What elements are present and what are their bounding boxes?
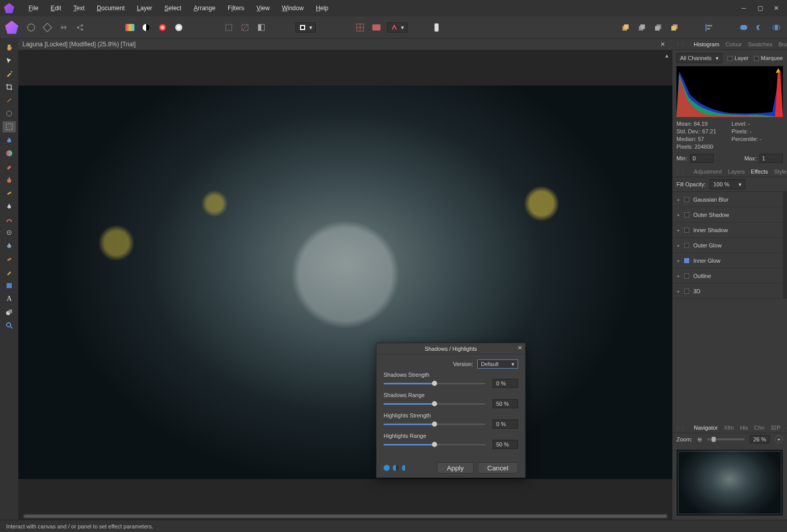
window-minimize-button[interactable]: ─ [740, 5, 747, 12]
zoom-tool-icon[interactable] [3, 320, 16, 331]
gradient-tool-icon[interactable] [3, 148, 16, 159]
arrange-front-icon[interactable] [620, 22, 631, 33]
panel-grip-icon[interactable]: ⋮⋮ [675, 169, 686, 174]
panel-grip-icon[interactable]: ⋮⋮ [675, 41, 686, 47]
arrange-backward-icon[interactable] [653, 22, 664, 33]
version-dropdown[interactable]: Default▾ [477, 359, 518, 369]
text-tool-icon[interactable]: A [3, 293, 16, 304]
pen-tool-icon[interactable] [3, 201, 16, 212]
persona-liquify-icon[interactable] [25, 22, 37, 33]
menu-arrange[interactable]: Arrange [187, 0, 222, 16]
shadows-strength-value[interactable]: 0 % [493, 379, 518, 388]
fx-outline[interactable]: ▸Outline [672, 268, 783, 284]
menu-edit[interactable]: Edit [44, 0, 67, 16]
channels-dropdown[interactable]: All Channels▾ [676, 53, 722, 63]
inpainting-tool-icon[interactable] [3, 214, 16, 225]
grid-icon[interactable] [355, 22, 366, 33]
assistant-icon[interactable] [431, 22, 442, 33]
snapping-dropdown[interactable]: ▾ [387, 22, 408, 33]
zoom-value[interactable]: 26 % [750, 435, 770, 443]
dialog-close-button[interactable]: ✕ [518, 345, 522, 351]
arrange-back-icon[interactable] [669, 22, 680, 33]
document-tab-title[interactable]: Laguna [Locked] [Modified] (25.8%) [Tria… [22, 41, 135, 48]
window-close-button[interactable]: ✕ [773, 5, 780, 12]
selection-none-icon[interactable] [239, 22, 251, 33]
zoom-slider[interactable] [707, 438, 745, 440]
fx-inner-shadow[interactable]: ▸Inner Shadow [672, 222, 783, 238]
menu-text[interactable]: Text [67, 0, 91, 16]
tab-colour[interactable]: Colour [725, 41, 742, 47]
fx-outer-glow[interactable]: ▸Outer Glow [672, 238, 783, 253]
menu-select[interactable]: Select [158, 0, 187, 16]
swatch-soft-icon[interactable] [173, 22, 184, 33]
shadows-range-value[interactable]: 50 % [493, 399, 518, 408]
menu-layer[interactable]: Layer [131, 0, 158, 16]
swatch-gradient-icon[interactable] [124, 22, 135, 33]
preview-mode-1-icon[interactable] [384, 465, 390, 471]
selection-brush-tool-icon[interactable] [3, 108, 16, 119]
tab-32p[interactable]: 32P [771, 425, 781, 431]
healing-tool-icon[interactable] [3, 187, 16, 199]
smudge-tool-icon[interactable] [3, 254, 16, 265]
shadows-strength-slider[interactable] [384, 383, 485, 384]
min-input[interactable] [690, 154, 714, 163]
cancel-button[interactable]: Cancel [478, 462, 519, 473]
blur-tool-icon[interactable] [3, 240, 16, 251]
tab-chn[interactable]: Chn [754, 425, 765, 431]
fill-tool-icon[interactable] [3, 280, 16, 291]
menu-filters[interactable]: Filters [222, 0, 251, 16]
tab-adjustment[interactable]: Adjustment [694, 169, 722, 175]
fx-3d[interactable]: ▸3D [672, 284, 783, 299]
dialog-title-bar[interactable]: Shadows / Highlights ✕ [376, 343, 525, 354]
tab-xfm[interactable]: Xfm [724, 425, 734, 431]
preview-mode-3-icon[interactable] [402, 465, 408, 471]
flood-select-tool-icon[interactable] [3, 134, 16, 146]
shadows-range-slider[interactable] [384, 403, 485, 405]
menu-window[interactable]: Window [276, 0, 310, 16]
marquee-tool-icon[interactable] [3, 121, 16, 132]
tab-his[interactable]: His [740, 425, 748, 431]
boolean-subtract-icon[interactable] [754, 22, 766, 33]
window-maximize-button[interactable]: ▢ [756, 5, 764, 12]
erase-tool-icon[interactable] [3, 161, 16, 172]
preview-mode-2-icon[interactable] [393, 465, 399, 471]
shape-tool-icon[interactable] [3, 306, 16, 318]
tab-layers[interactable]: Layers [728, 169, 745, 175]
tab-effects[interactable]: Effects [751, 169, 768, 175]
quickmask-dropdown[interactable]: ▾ [295, 22, 316, 33]
fx-gaussian-blur[interactable]: ▸Gaussian Blur [672, 192, 783, 207]
paint-brush-tool-icon[interactable] [3, 95, 16, 106]
hand-tool-icon[interactable] [3, 42, 16, 53]
swatch-hue-icon[interactable] [157, 22, 168, 33]
move-tool-icon[interactable] [3, 55, 16, 66]
apply-button[interactable]: Apply [437, 462, 473, 473]
selection-new-icon[interactable] [223, 22, 234, 33]
persona-photo-icon[interactable] [5, 21, 18, 34]
persona-tone-icon[interactable] [58, 22, 69, 33]
highlights-strength-slider[interactable] [384, 424, 485, 425]
max-input[interactable] [759, 154, 783, 163]
canvas[interactable] [18, 86, 672, 479]
menu-help[interactable]: Help [310, 0, 335, 16]
panel-grip-icon[interactable]: ⋮⋮ [675, 425, 686, 430]
sponge-tool-icon[interactable] [3, 267, 16, 278]
snapping-icon[interactable] [371, 22, 382, 33]
selection-invert-icon[interactable] [256, 22, 267, 33]
canvas-options-caret-icon[interactable]: ▴ [663, 52, 670, 59]
boolean-intersect-icon[interactable] [771, 22, 782, 33]
dodge-tool-icon[interactable] [3, 227, 16, 238]
tab-swatches[interactable]: Swatches [748, 41, 773, 47]
marquee-checkbox[interactable]: Marquee [754, 55, 783, 61]
clone-tool-icon[interactable] [3, 174, 16, 185]
tab-styles[interactable]: Styles [774, 169, 788, 175]
fill-opacity-dropdown[interactable]: 100 %▾ [710, 179, 745, 189]
tab-brushes[interactable]: Brushes [778, 41, 787, 47]
menu-file[interactable]: File [22, 0, 44, 16]
layer-checkbox[interactable]: Layer [727, 55, 749, 61]
highlights-range-value[interactable]: 50 % [493, 440, 518, 449]
navigator-preview[interactable] [676, 450, 783, 516]
boolean-add-icon[interactable] [738, 22, 749, 33]
crop-tool-icon[interactable] [3, 81, 16, 93]
tab-navigator[interactable]: Navigator [694, 425, 718, 431]
zoom-out-button[interactable]: ⊖ [697, 436, 702, 443]
